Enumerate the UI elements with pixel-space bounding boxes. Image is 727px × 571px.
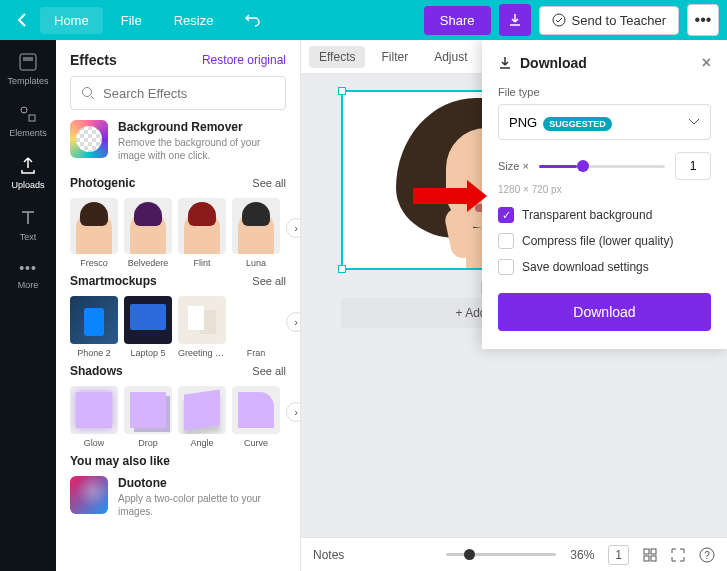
canvas-area: Effects Filter Adjust Cr ⟳ + Add page No… [301, 40, 727, 571]
rail-elements[interactable]: Elements [9, 104, 47, 138]
size-input[interactable] [675, 152, 711, 180]
tab-filter[interactable]: Filter [371, 46, 418, 68]
duotone-effect[interactable]: Duotone Apply a two-color palette to you… [70, 476, 286, 518]
download-icon-button[interactable] [499, 4, 531, 36]
filetype-label: File type [498, 86, 711, 98]
effect-fresco[interactable]: Fresco [70, 198, 118, 268]
rail-text[interactable]: Text [18, 208, 38, 242]
effect-flint[interactable]: Flint [178, 198, 226, 268]
close-download-panel[interactable]: × [702, 54, 711, 72]
transparent-bg-option[interactable]: ✓ Transparent background [498, 207, 711, 223]
svg-rect-9 [651, 556, 656, 561]
see-all-photogenic[interactable]: See all [252, 177, 286, 189]
resize-menu[interactable]: Resize [160, 7, 228, 34]
shadow-glow[interactable]: Glow [70, 386, 118, 448]
tab-effects[interactable]: Effects [309, 46, 365, 68]
home-button[interactable]: Home [40, 7, 103, 34]
mockup-phone2[interactable]: Phone 2 [70, 296, 118, 358]
svg-point-0 [553, 14, 565, 26]
dimensions-text: 1280 × 720 px [498, 184, 711, 195]
download-icon [498, 56, 512, 70]
checkbox-checked-icon: ✓ [498, 207, 514, 223]
rail-templates[interactable]: Templates [7, 52, 48, 86]
send-to-teacher-button[interactable]: Send to Teacher [539, 6, 679, 35]
section-photogenic: Photogenic [70, 176, 135, 190]
checkbox-icon [498, 259, 514, 275]
fullscreen-icon[interactable] [671, 548, 685, 562]
section-also-like: You may also like [70, 454, 170, 468]
shadow-drop[interactable]: Drop [124, 386, 172, 448]
rail-more[interactable]: ••• More [18, 260, 39, 290]
compress-option[interactable]: Compress file (lower quality) [498, 233, 711, 249]
see-all-smartmockups[interactable]: See all [252, 275, 286, 287]
background-remover-icon [70, 120, 108, 158]
more-button[interactable]: ••• [687, 4, 719, 36]
side-rail: Templates Elements Uploads Text ••• More [0, 40, 56, 571]
annotation-arrow [413, 188, 469, 204]
size-slider[interactable] [539, 165, 665, 168]
duotone-icon [70, 476, 108, 514]
svg-rect-4 [29, 115, 35, 121]
shadow-angle[interactable]: Angle [178, 386, 226, 448]
help-icon[interactable]: ? [699, 547, 715, 563]
mockup-fran[interactable]: Fran [232, 296, 280, 358]
section-smartmockups: Smartmockups [70, 274, 157, 288]
shadows-next[interactable]: › [286, 402, 300, 422]
search-input[interactable] [103, 86, 275, 101]
effects-panel: Effects Restore original Background Remo… [56, 40, 301, 571]
svg-point-3 [21, 107, 27, 113]
back-button[interactable] [8, 6, 36, 34]
download-button[interactable]: Download [498, 293, 711, 331]
checkbox-icon [498, 233, 514, 249]
svg-point-5 [83, 88, 92, 97]
restore-original-link[interactable]: Restore original [202, 53, 286, 67]
search-icon [81, 86, 95, 100]
svg-rect-1 [20, 54, 36, 70]
page-indicator[interactable]: 1 [608, 545, 629, 565]
share-button[interactable]: Share [424, 6, 491, 35]
svg-rect-7 [651, 549, 656, 554]
svg-rect-6 [644, 549, 649, 554]
see-all-shadows[interactable]: See all [252, 365, 286, 377]
footer-bar: Notes 36% 1 ? [301, 537, 727, 571]
mockup-greeting[interactable]: Greeting car... [178, 296, 226, 358]
top-toolbar: Home File Resize Share Send to Teacher •… [0, 0, 727, 40]
filetype-select[interactable]: PNGSUGGESTED [498, 104, 711, 140]
shadow-curve[interactable]: Curve [232, 386, 280, 448]
save-settings-option[interactable]: Save download settings [498, 259, 711, 275]
svg-rect-8 [644, 556, 649, 561]
svg-rect-2 [23, 57, 33, 61]
chevron-down-icon [688, 118, 700, 126]
file-menu[interactable]: File [107, 7, 156, 34]
grid-view-icon[interactable] [643, 548, 657, 562]
section-shadows: Shadows [70, 364, 123, 378]
download-panel: Download × File type PNGSUGGESTED Size ×… [482, 40, 727, 349]
notes-button[interactable]: Notes [313, 548, 344, 562]
svg-text:?: ? [704, 550, 710, 561]
undo-button[interactable] [231, 7, 275, 33]
smartmockups-next[interactable]: › [286, 312, 300, 332]
size-label: Size × [498, 160, 529, 172]
photogenic-next[interactable]: › [286, 218, 300, 238]
zoom-value: 36% [570, 548, 594, 562]
tab-adjust[interactable]: Adjust [424, 46, 477, 68]
effect-luna[interactable]: Luna [232, 198, 280, 268]
mockup-laptop5[interactable]: Laptop 5 [124, 296, 172, 358]
check-circle-icon [552, 13, 566, 27]
zoom-slider[interactable] [446, 553, 556, 556]
search-effects[interactable] [70, 76, 286, 110]
rail-uploads[interactable]: Uploads [11, 156, 44, 190]
panel-title: Effects [70, 52, 117, 68]
effect-belvedere[interactable]: Belvedere [124, 198, 172, 268]
background-remover[interactable]: Background Remover Remove the background… [70, 120, 286, 162]
